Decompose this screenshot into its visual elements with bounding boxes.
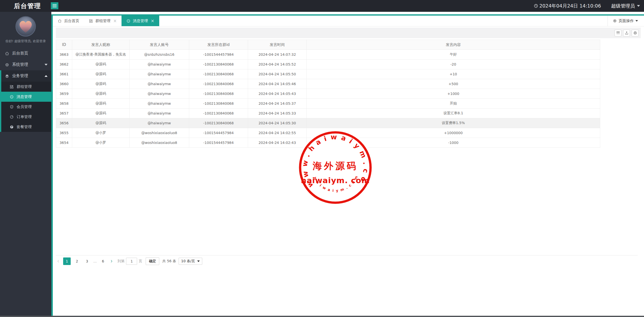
- sidebar-nav: 后台首页 系统管理 业务管理 群组管理: [0, 48, 51, 132]
- grid-icon: [10, 85, 14, 89]
- page-button-1[interactable]: 1: [63, 257, 71, 265]
- column-header-id: ID: [56, 40, 72, 50]
- cell-id: 3660: [56, 79, 72, 89]
- prev-page-button[interactable]: [56, 259, 60, 263]
- sidebar-item-orders[interactable]: 订单管理: [1, 112, 51, 122]
- page-actions-dropdown[interactable]: 页面操作: [608, 16, 644, 26]
- app-title: 后台管理: [14, 2, 41, 10]
- tab-messages[interactable]: 消息管理 ×: [122, 16, 159, 26]
- cell-account: @woshixiaoxiaoluo8: [130, 128, 189, 138]
- grid-icon: [89, 19, 93, 23]
- datetime-text: 2024年04月24日 14:10:06: [539, 3, 601, 9]
- cell-time: 2024-04-24 14:02:43: [248, 138, 307, 148]
- table-row[interactable]: 3656@源码@haiwaiymw-10021308400682024-04-2…: [56, 118, 600, 128]
- sidebar-item-label: 系统管理: [12, 62, 28, 67]
- table-row[interactable]: 3663@江挽香港-美国服务器，免实名@snbzhzsnsbs16-100154…: [56, 50, 600, 60]
- table-row[interactable]: 3657@源码@haiwaiymw-10021308400682024-04-2…: [56, 109, 600, 118]
- sidebar-item-label: 套餐管理: [17, 125, 32, 129]
- sidebar-item-messages[interactable]: 消息管理: [1, 92, 51, 102]
- cell-nickname: @源码: [72, 69, 130, 79]
- goto-confirm-button[interactable]: 确定: [146, 257, 159, 265]
- home-icon: [5, 51, 9, 56]
- cell-group-id: -1002130840068: [189, 89, 248, 99]
- cell-group-id: -1001544457984: [189, 128, 248, 138]
- export-button[interactable]: [623, 30, 630, 36]
- table-row[interactable]: 3661@源码@haiwaiymw-10021308400682024-04-2…: [56, 69, 600, 79]
- columns-filter-button[interactable]: [615, 30, 621, 36]
- user-menu[interactable]: 超级管理员: [611, 3, 640, 9]
- sidebar-item-members[interactable]: 会员管理: [1, 102, 51, 112]
- tab-groups[interactable]: 群组管理 ×: [84, 16, 122, 26]
- print-button[interactable]: [632, 30, 638, 36]
- tab-home[interactable]: 后台首页: [53, 16, 84, 26]
- table-row[interactable]: 3660@源码@haiwaiymw-10021308400682024-04-2…: [56, 79, 600, 89]
- radio-icon: [613, 19, 617, 23]
- chevron-up-icon: [45, 75, 48, 77]
- cell-content: 设置汇率8.1: [307, 109, 600, 118]
- cell-account: @haiwaiymw: [130, 99, 189, 109]
- message-table: ID 发言人昵称 发言人账号 发言所在群id 发言时间 发言内容 3663@江挽…: [56, 40, 600, 148]
- next-page-button[interactable]: [109, 259, 113, 263]
- gear-icon: [5, 63, 9, 67]
- cell-content: 设置费率1.5%: [307, 118, 600, 128]
- sidebar-item-groups[interactable]: 群组管理: [1, 82, 51, 92]
- table-row[interactable]: 3658@源码@haiwaiymw-10021308400682024-04-2…: [56, 99, 600, 109]
- cell-content: -20: [307, 60, 600, 69]
- cell-content: +1000000: [307, 128, 600, 138]
- sidebar-item-label: 后台首页: [12, 51, 28, 56]
- sidebar-item-business[interactable]: 业务管理: [1, 70, 51, 82]
- sidebar-item-system[interactable]: 系统管理: [0, 59, 51, 70]
- page-button-6[interactable]: 6: [99, 257, 107, 265]
- bottom-edge-strip: [0, 316, 644, 317]
- close-icon[interactable]: ×: [113, 19, 117, 23]
- goto-page-input[interactable]: [126, 258, 137, 265]
- cell-id: 3661: [56, 69, 72, 79]
- cell-time: 2024-04-24 14:07:32: [248, 50, 307, 60]
- cell-account: @haiwaiymw: [130, 118, 189, 128]
- cell-content: 开始: [307, 99, 600, 109]
- cell-account: @haiwaiymw: [130, 69, 189, 79]
- sidebar-toggle-button[interactable]: [51, 2, 58, 9]
- cell-id: 3658: [56, 99, 72, 109]
- table-row[interactable]: 3659@源码@haiwaiymw-10021308400682024-04-2…: [56, 89, 600, 99]
- cell-nickname: @小罗: [72, 128, 130, 138]
- table-row[interactable]: 3654@小罗@woshixiaoxiaoluo8-10015444579842…: [56, 138, 600, 148]
- sidebar-item-home[interactable]: 后台首页: [0, 48, 51, 59]
- tab-label: 群组管理: [95, 19, 110, 23]
- cell-id: 3663: [56, 50, 72, 60]
- table-header: ID 发言人昵称 发言人账号 发言所在群id 发言时间 发言内容: [56, 40, 600, 50]
- avatar[interactable]: [15, 16, 36, 37]
- page-size-select[interactable]: 10 条/页: [179, 258, 202, 265]
- column-header-content: 发言内容: [307, 40, 600, 50]
- chevron-down-icon: [197, 260, 200, 262]
- column-header-account: 发言人账号: [130, 40, 189, 50]
- message-icon: [10, 95, 14, 99]
- export-icon: [625, 31, 629, 35]
- page-ellipsis: ...: [93, 259, 97, 263]
- cell-id: 3657: [56, 109, 72, 118]
- table-toolbar: [56, 28, 641, 38]
- table-row[interactable]: 3655@小罗@woshixiaoxiaoluo8-10015444579842…: [56, 128, 600, 138]
- sidebar-item-label: 订单管理: [17, 115, 32, 119]
- close-icon[interactable]: ×: [151, 19, 154, 23]
- user-name: 超级管理员: [611, 3, 635, 9]
- cell-content: +500: [307, 79, 600, 89]
- shield-icon: [10, 105, 14, 109]
- table-row[interactable]: 3662@源码@haiwaiymw-10021308400682024-04-2…: [56, 60, 600, 69]
- cell-time: 2024-04-24 14:05:33: [248, 109, 307, 118]
- cell-id: 3654: [56, 138, 72, 148]
- datetime-display: 2024年04月24日 14:10:06: [534, 3, 601, 9]
- cell-id: 3656: [56, 118, 72, 128]
- cell-content: +1000: [307, 89, 600, 99]
- cell-content: 午好: [307, 50, 600, 60]
- sidebar-item-label: 业务管理: [12, 73, 28, 79]
- cell-nickname: @源码: [72, 79, 130, 89]
- cell-id: 3662: [56, 60, 72, 69]
- page-button-2[interactable]: 2: [73, 257, 81, 265]
- page-button-3[interactable]: 3: [83, 257, 91, 265]
- column-header-time: 发言时间: [248, 40, 307, 50]
- page-size-value: 10 条/页: [181, 259, 195, 263]
- chevron-down-icon: [637, 5, 640, 7]
- sidebar-item-packages[interactable]: 套餐管理: [1, 122, 51, 132]
- cell-nickname: @源码: [72, 118, 130, 128]
